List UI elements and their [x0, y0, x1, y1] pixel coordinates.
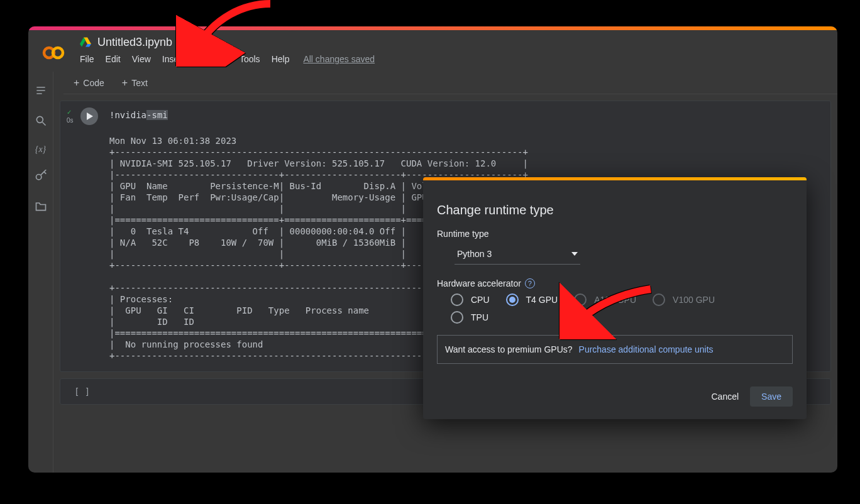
dialog-title: Change runtime type — [437, 203, 793, 217]
add-text-button[interactable]: +Text — [117, 76, 153, 90]
insert-toolbar: +Code +Text — [63, 72, 837, 94]
left-rail: {x} — [28, 72, 53, 473]
radio-t4-gpu[interactable]: T4 GPU — [506, 293, 558, 306]
purchase-units-link[interactable]: Purchase additional compute units — [579, 344, 714, 354]
exec-check-icon: ✓ — [67, 109, 72, 116]
svg-point-8 — [36, 116, 43, 123]
code-input[interactable]: !nvidia-smi — [60, 101, 830, 129]
help-icon[interactable]: ? — [525, 278, 535, 288]
toc-icon[interactable] — [35, 84, 47, 99]
save-status: All changes saved — [303, 54, 375, 64]
radio-icon — [451, 311, 463, 324]
promo-text: Want access to premium GPUs? — [445, 344, 573, 354]
radio-v100-gpu[interactable]: V100 GPU — [653, 293, 715, 306]
run-cell-button[interactable] — [80, 107, 98, 125]
files-icon[interactable] — [35, 200, 47, 215]
secrets-icon[interactable] — [35, 170, 47, 185]
radio-icon — [451, 293, 463, 306]
runtime-type-select[interactable]: Python 3 — [455, 244, 580, 265]
cancel-button[interactable]: Cancel — [702, 386, 747, 407]
menu-edit[interactable]: Edit — [106, 54, 121, 64]
svg-point-10 — [36, 175, 41, 180]
annotation-arrow-runtime — [176, 0, 277, 67]
annotation-arrow-t4 — [560, 283, 654, 339]
menu-file[interactable]: File — [80, 54, 94, 64]
runtime-type-value: Python 3 — [457, 249, 492, 259]
menu-view[interactable]: View — [132, 54, 151, 64]
add-code-button[interactable]: +Code — [69, 76, 109, 90]
radio-icon — [653, 293, 665, 306]
svg-line-9 — [42, 123, 45, 126]
header: Untitled3.ipynb ☆ File Edit View Insert … — [28, 30, 837, 72]
exec-time: 0s — [67, 117, 74, 124]
svg-marker-11 — [87, 112, 93, 120]
radio-tpu[interactable]: TPU — [451, 311, 488, 324]
chevron-down-icon — [571, 252, 578, 256]
drive-icon — [80, 37, 91, 47]
variables-icon[interactable]: {x} — [35, 145, 46, 155]
save-button[interactable]: Save — [750, 386, 793, 407]
runtime-type-label: Runtime type — [437, 229, 793, 239]
svg-marker-3 — [85, 44, 91, 47]
colab-logo-icon — [42, 41, 65, 64]
radio-cpu[interactable]: CPU — [451, 293, 490, 306]
search-icon[interactable] — [35, 114, 47, 129]
radio-icon — [506, 293, 519, 306]
document-title[interactable]: Untitled3.ipynb — [97, 36, 172, 49]
